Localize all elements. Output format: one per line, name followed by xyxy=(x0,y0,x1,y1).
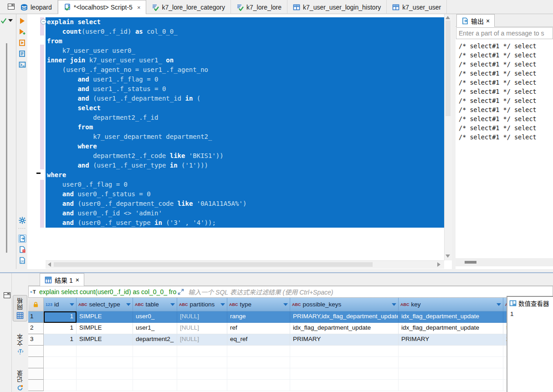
tab-output[interactable]: 输出 × xyxy=(456,14,495,27)
sql-code[interactable]: explain select count(user0_.f_id) as col… xyxy=(47,17,246,228)
row-number[interactable]: 3 xyxy=(28,334,44,346)
grid-cell[interactable]: 1 xyxy=(44,311,77,323)
grid-cell[interactable]: idx_flag_department_update xyxy=(399,323,503,334)
grid-cell[interactable]: PRIMARY xyxy=(290,334,399,346)
scrollbar-thumb[interactable] xyxy=(445,20,451,116)
fold-marker-icon[interactable] xyxy=(36,173,41,174)
tab-result-1[interactable]: 结果 1 × xyxy=(40,273,84,286)
grid-cell[interactable]: user1_ xyxy=(133,323,177,334)
tabs-row: leopard *<localhost> Script-5 × k7_lore_… xyxy=(15,0,447,14)
grid-cell[interactable]: range xyxy=(227,311,290,323)
grid-cell xyxy=(133,380,177,391)
sort-dropdown-icon[interactable] xyxy=(170,303,175,306)
grid-cell[interactable]: [NULL] xyxy=(177,311,227,323)
column-header-key[interactable]: ABCkey xyxy=(399,298,503,311)
scrollbar-thumb[interactable] xyxy=(54,262,373,267)
sort-dropdown-icon[interactable] xyxy=(392,303,396,306)
results-filter-bar[interactable]: «T explain select count(user0_.f_id) as … xyxy=(28,286,553,298)
grid-cell[interactable]: SIMPLE xyxy=(77,323,133,334)
grid-cell[interactable]: user0_ xyxy=(133,311,177,323)
value-viewer-value[interactable]: 1 xyxy=(507,309,553,317)
variables-button[interactable]: (a) xyxy=(18,256,26,265)
column-header-possible_keys[interactable]: ABCpossible_keys xyxy=(290,298,399,311)
close-icon[interactable]: × xyxy=(486,17,490,25)
filter-query-text[interactable]: explain select count(user0_.f_id) as col… xyxy=(39,288,176,295)
code-line: and (user0_.f_department_code like '0A1A… xyxy=(47,199,246,209)
presentation-tab-text[interactable]: 文本 ‹T› xyxy=(13,331,27,357)
sort-dropdown-icon[interactable] xyxy=(126,303,131,306)
grid-cell[interactable]: PRIMARY xyxy=(399,334,503,346)
row-number[interactable]: 1 xyxy=(28,311,44,323)
table-row[interactable]: 31SIMPLEdepartment2_[NULL]eq_refPRIMARYP… xyxy=(28,334,553,346)
grid-cell[interactable]: department2_ xyxy=(133,334,177,346)
scroll-up-icon[interactable] xyxy=(445,16,450,19)
column-header-select_type[interactable]: ABCselect_type xyxy=(77,298,133,311)
tab-view-k7-lore-lore-category[interactable]: k7_lore_lore_category xyxy=(146,0,231,14)
column-header-type[interactable]: ABCtype xyxy=(227,298,290,311)
vertical-splitter[interactable] xyxy=(452,14,456,269)
column-header-id[interactable]: 123id xyxy=(44,298,77,311)
editor-tab-bar: leopard *<localhost> Script-5 × k7_lore_… xyxy=(0,0,553,14)
tab-table-k7-user-user-login-history[interactable]: k7_user_user_login_history xyxy=(287,0,387,14)
sql-editor[interactable]: − explain select count(user0_.f_id) as c… xyxy=(27,14,452,269)
sort-dropdown-icon[interactable] xyxy=(70,303,74,306)
grid-cell[interactable]: 1 xyxy=(44,334,77,346)
output-log-button[interactable] xyxy=(18,234,26,243)
restore-panel-icon[interactable] xyxy=(4,292,10,298)
grid-cell[interactable]: eq_ref xyxy=(227,334,290,346)
restore-panel-icon[interactable] xyxy=(8,4,15,10)
close-icon[interactable]: × xyxy=(76,276,79,284)
record-mode-toggle[interactable]: 记录 xyxy=(13,368,27,392)
sort-dropdown-icon[interactable] xyxy=(497,303,501,306)
grid-cell[interactable]: [NULL] xyxy=(177,323,227,334)
tab-table-k7-user-user[interactable]: k7_user_user xyxy=(387,0,447,14)
tab-database-leopard[interactable]: leopard xyxy=(15,0,58,14)
sort-dropdown-icon[interactable] xyxy=(220,303,225,306)
table-row[interactable]: 11SIMPLEuser0_[NULL]rangePRIMARY,idx_fla… xyxy=(28,311,553,323)
tab-sql-script[interactable]: *<localhost> Script-5 × xyxy=(58,0,147,14)
grid-cell[interactable]: ref xyxy=(227,323,290,334)
execute-script-button[interactable] xyxy=(18,39,26,47)
presentation-tab-grid[interactable]: 网格 xyxy=(13,295,27,321)
grid-cell[interactable]: idx_flag_department_update xyxy=(399,311,503,323)
collapsed-sash[interactable] xyxy=(6,43,7,253)
grid-cell[interactable]: SIMPLE xyxy=(77,311,133,323)
fold-collapse-icon[interactable]: − xyxy=(41,19,46,25)
filter-placeholder[interactable]: 输入一个 SQL 表达式来过滤结果 (使用 Ctrl+Space) xyxy=(188,287,333,296)
svg-text:«: « xyxy=(30,290,32,294)
result-grid[interactable]: 123idABCselect_typeABCtableABCpartitions… xyxy=(28,298,553,392)
scroll-right-icon[interactable] xyxy=(437,262,440,267)
grid-cell[interactable]: SIMPLE xyxy=(77,334,133,346)
grid-corner-lock[interactable] xyxy=(28,298,44,311)
sort-dropdown-icon[interactable] xyxy=(283,303,288,306)
column-header-partitions[interactable]: ABCpartitions xyxy=(177,298,227,311)
row-number[interactable]: 2 xyxy=(28,323,44,334)
output-log-content[interactable]: /* select#1 */ select/* select#1 */ sele… xyxy=(456,41,553,245)
expand-filter-icon[interactable] xyxy=(177,288,184,295)
grid-cell[interactable]: 1 xyxy=(44,323,77,334)
settings-gear-icon[interactable] xyxy=(18,216,26,224)
execute-statement-button[interactable] xyxy=(18,17,26,25)
scroll-down-icon[interactable] xyxy=(445,255,450,258)
grid-cell[interactable]: idx_flag_department_update xyxy=(290,323,399,334)
grid-cell xyxy=(133,346,177,357)
problems-button[interactable] xyxy=(18,245,26,254)
tab-label: k7_user_user_login_history xyxy=(303,4,381,11)
close-icon[interactable]: × xyxy=(137,4,141,11)
grid-view-icon xyxy=(16,312,24,319)
connection-status[interactable] xyxy=(0,17,14,24)
column-header-table[interactable]: ABCtable xyxy=(133,298,177,311)
horizontal-splitter[interactable] xyxy=(0,269,553,273)
grid-cell[interactable]: [NULL] xyxy=(177,334,227,346)
execute-new-tab-button[interactable] xyxy=(18,28,26,36)
table-row[interactable]: 21SIMPLEuser1_[NULL]refidx_flag_departme… xyxy=(28,323,553,334)
explain-plan-button[interactable] xyxy=(18,50,26,58)
tab-view-k7-lore-lore[interactable]: k7_lore_lore xyxy=(231,0,287,14)
results-tab-bar: 结果 1 × xyxy=(28,273,553,286)
output-filter-input[interactable]: Enter a part of a message to s xyxy=(456,27,553,39)
scroll-left-icon[interactable] xyxy=(48,262,51,267)
scrollbar-thumb[interactable] xyxy=(465,261,476,264)
grid-cell[interactable]: PRIMARY,idx_flag_department_update xyxy=(290,311,399,323)
grid-cell xyxy=(227,357,290,368)
console-icon[interactable] xyxy=(18,61,26,69)
